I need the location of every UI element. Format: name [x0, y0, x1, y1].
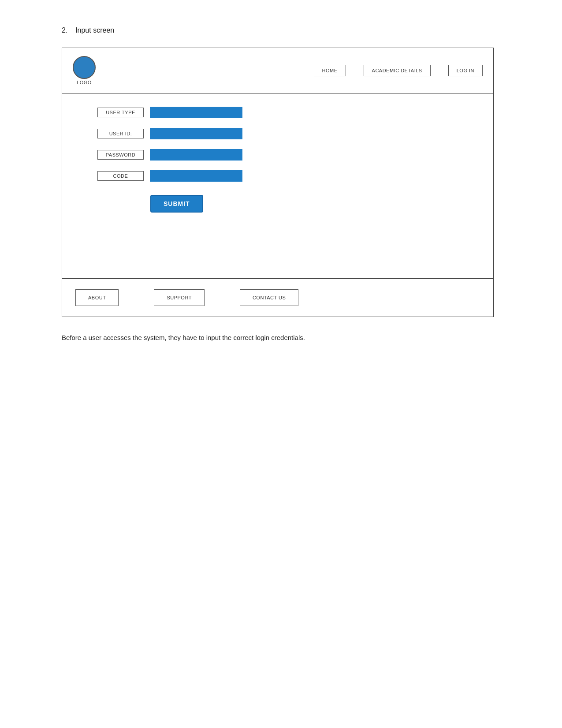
logo-area: LOGO: [73, 56, 96, 85]
header: LOGO HOME ACADEMIC DETAILS LOG IN: [62, 48, 493, 93]
footer-contact-us[interactable]: CONTACT US: [240, 289, 299, 306]
footer: ABOUT SUPPORT CONTACT US: [62, 279, 493, 317]
nav-academic-details[interactable]: ACADEMIC DETAILS: [364, 65, 431, 76]
main-content: USER TYPE USER ID: PASSWORD CODE SUBMIT: [62, 93, 493, 279]
submit-button[interactable]: SUBMIT: [150, 195, 203, 213]
form-row-password: PASSWORD: [97, 149, 483, 161]
password-label: PASSWORD: [97, 150, 144, 160]
footer-about[interactable]: ABOUT: [75, 289, 119, 306]
nav-log-in[interactable]: LOG IN: [448, 65, 483, 76]
user-type-input[interactable]: [150, 107, 242, 118]
form-row-code: CODE: [97, 170, 483, 182]
form-row-user-type: USER TYPE: [97, 107, 483, 118]
password-input[interactable]: [150, 149, 242, 161]
logo-label: LOGO: [77, 80, 92, 85]
user-id-input[interactable]: [150, 128, 242, 139]
user-id-label: USER ID:: [97, 129, 144, 138]
code-label: CODE: [97, 171, 144, 181]
submit-area: SUBMIT: [150, 195, 483, 213]
heading-title: Input screen: [75, 26, 114, 34]
page-heading: 2. Input screen: [62, 26, 527, 34]
heading-number: 2.: [62, 26, 67, 34]
description: Before a user accesses the system, they …: [62, 333, 527, 343]
nav-home[interactable]: HOME: [314, 65, 346, 76]
logo-icon: [73, 56, 96, 79]
code-input[interactable]: [150, 170, 242, 182]
footer-support[interactable]: SUPPORT: [154, 289, 204, 306]
form-row-user-id: USER ID:: [97, 128, 483, 139]
wireframe-container: LOGO HOME ACADEMIC DETAILS LOG IN USER T…: [62, 48, 494, 317]
user-type-label: USER TYPE: [97, 108, 144, 117]
nav-items: HOME ACADEMIC DETAILS LOG IN: [314, 65, 483, 76]
